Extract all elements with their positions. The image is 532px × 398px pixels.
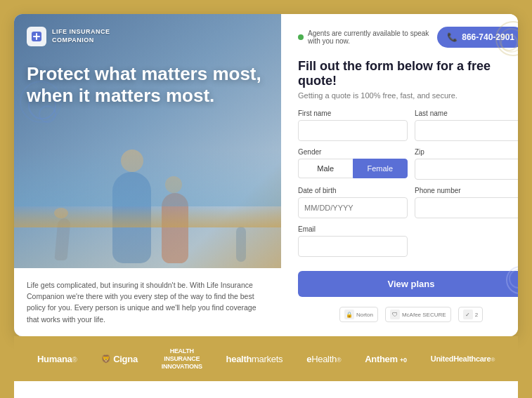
mcafee-badge: 🛡 McAfee SECURE xyxy=(385,307,451,322)
logo-text: LIFE INSURANCE COMPANION xyxy=(52,28,110,44)
norton-label: Norton xyxy=(356,312,373,318)
cigna-icon: 🦁 xyxy=(101,354,111,364)
uhc-label: UnitedHealthcare® xyxy=(431,354,495,363)
hii-label: HEALTHINSURANCEINNOVATIONS xyxy=(162,347,202,370)
form-title: Fill out the form below for a free quote… xyxy=(298,59,518,88)
last-name-input[interactable] xyxy=(415,120,518,141)
first-name-group: First name xyxy=(298,110,408,141)
mcafee-icon: 🛡 xyxy=(390,310,400,319)
anthem-label: Anthem +0 xyxy=(365,354,407,364)
extra-badge: ✓ 2 xyxy=(458,307,483,322)
phone-number-label: Phone number xyxy=(415,187,518,194)
agents-available: Agents are currently available to speak … xyxy=(298,29,437,45)
description-text: Life gets complicated, but insuring it s… xyxy=(27,279,268,325)
agents-text: Agents are currently available to speak … xyxy=(308,29,437,45)
gender-male-btn[interactable]: Male xyxy=(298,159,353,178)
phone-number: 866-740-2901 xyxy=(462,32,514,42)
dob-label: Date of birth xyxy=(298,187,408,194)
brand-ehealth: eHealth® xyxy=(306,354,341,364)
healthmarkets-label: healthmarkets xyxy=(226,354,283,364)
brand-anthem: Anthem +0 xyxy=(365,354,407,364)
ehealth-label: eHealth® xyxy=(306,354,341,364)
bottom-right-deco xyxy=(448,395,504,398)
norton-badge: 🔒 Norton xyxy=(339,307,378,322)
gender-female-btn[interactable]: Female xyxy=(353,159,408,178)
form-subtitle: Getting a quote is 100% free, fast, and … xyxy=(298,91,518,100)
brand-humana: Humana® xyxy=(37,354,77,364)
phone-icon: 📞 xyxy=(447,32,458,42)
last-name-group: Last name xyxy=(415,110,518,141)
description-box: Life gets complicated, but insuring it s… xyxy=(14,268,281,336)
gender-toggle: Male Female xyxy=(298,159,408,178)
logo-area: LIFE INSURANCE COMPANION xyxy=(27,27,110,46)
bottom-left-deco xyxy=(14,381,98,398)
gender-zip-row: Gender Male Female Zip xyxy=(298,148,518,180)
email-input[interactable] xyxy=(298,236,408,257)
email-label: Email xyxy=(298,225,408,233)
hero-headline: Protect what matters most, when it matte… xyxy=(27,63,268,107)
email-row: Email xyxy=(298,225,518,257)
zip-input[interactable] xyxy=(415,159,518,180)
view-plans-button[interactable]: View plans xyxy=(298,271,518,297)
zip-label: Zip xyxy=(415,148,518,156)
humana-label: Humana® xyxy=(37,354,77,364)
right-panel: Agents are currently available to speak … xyxy=(281,14,518,336)
zip-group: Zip xyxy=(415,148,518,180)
phone-number-group: Phone number xyxy=(415,187,518,218)
left-panel: LIFE INSURANCE COMPANION Protect what ma… xyxy=(14,14,281,336)
name-row: First name Last name xyxy=(298,110,518,141)
first-name-input[interactable] xyxy=(298,120,408,141)
first-name-label: First name xyxy=(298,110,408,117)
mcafee-label: McAfee SECURE xyxy=(402,312,446,318)
agents-bar: Agents are currently available to speak … xyxy=(298,27,518,48)
empty-group xyxy=(415,225,518,257)
main-card: LIFE INSURANCE COMPANION Protect what ma… xyxy=(14,14,518,336)
last-name-label: Last name xyxy=(415,110,518,117)
email-group: Email xyxy=(298,225,408,257)
brand-hii: HEALTHINSURANCEINNOVATIONS xyxy=(162,347,202,370)
gender-label: Gender xyxy=(298,148,408,156)
trust-badges: 🔒 Norton 🛡 McAfee SECURE ✓ 2 xyxy=(298,307,518,322)
norton-icon: 🔒 xyxy=(344,310,354,319)
brand-healthmarkets: healthmarkets xyxy=(226,354,283,364)
dob-phone-row: Date of birth Phone number xyxy=(298,187,518,218)
brand-uhc: UnitedHealthcare® xyxy=(431,354,495,363)
dob-group: Date of birth xyxy=(298,187,408,218)
extra-label: 2 xyxy=(475,312,478,318)
phone-button[interactable]: 📞 866-740-2901 xyxy=(437,27,518,48)
extra-icon: ✓ xyxy=(463,310,473,319)
bottom-section: We've helped thousands find affordable h… xyxy=(14,381,518,398)
brand-cigna: 🦁 Cigna xyxy=(101,354,138,364)
phone-number-input[interactable] xyxy=(415,197,518,218)
cigna-label: Cigna xyxy=(113,354,138,364)
page-wrapper: LIFE INSURANCE COMPANION Protect what ma… xyxy=(0,0,532,398)
brand-bar: Humana® 🦁 Cigna HEALTHINSURANCEINNOVATIO… xyxy=(14,336,518,381)
dob-input[interactable] xyxy=(298,197,408,218)
logo-icon xyxy=(27,27,46,46)
gender-group: Gender Male Female xyxy=(298,148,408,180)
availability-dot xyxy=(298,34,304,40)
